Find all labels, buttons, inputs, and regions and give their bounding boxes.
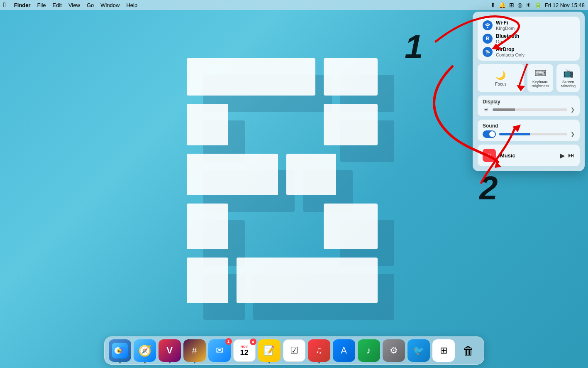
battery-icon[interactable]: 🔋 (534, 2, 542, 8)
dock-item-sysprefs[interactable]: ⚙ (383, 339, 405, 362)
dock-item-twitter[interactable]: 🐦 (407, 339, 430, 362)
skip-forward-button[interactable]: ⏭ (568, 152, 575, 159)
airdrop-label: AirDrop (496, 47, 525, 52)
display-slider[interactable] (493, 108, 567, 111)
music-label: Music (500, 152, 556, 159)
view-menu[interactable]: View (68, 2, 80, 8)
display-slider-row: ☀ ❯ (483, 106, 575, 113)
bluetooth-status: On (496, 39, 519, 44)
moon-icon: 🌙 (495, 70, 506, 80)
sound-toggle[interactable] (483, 130, 496, 138)
dock-dot (194, 362, 195, 363)
bluetooth-icon: B (483, 34, 493, 44)
dock-item-safari[interactable]: 🧭 (134, 339, 156, 362)
music-app-icon: ♫ (483, 149, 496, 162)
help-menu[interactable]: Help (126, 2, 137, 8)
airdrop-row[interactable]: 📡 AirDrop Contacts Only (483, 47, 575, 57)
right-tiles: ⌨ Keyboard Brightness 📺 Screen Mirroring (527, 64, 580, 92)
display-section: Display ☀ ❯ (478, 96, 580, 116)
go-menu[interactable]: Go (87, 2, 94, 8)
menubar:  Finder File Edit View Go Window Help ⬆… (0, 0, 588, 10)
dock-item-reminders[interactable]: ☑ (283, 339, 305, 362)
dock-item-mail[interactable]: ✉ 2 (208, 339, 231, 362)
puzzle-piece (187, 104, 228, 145)
notification-icon[interactable]: 🔔 (499, 2, 506, 8)
controlcenter-icon[interactable]: ⊞ (509, 2, 514, 8)
dock-item-notes[interactable]: 📝 (258, 339, 281, 362)
wifi-text: Wi-Fi KingDom (496, 20, 515, 31)
dock: 😀 🧭 V # ✉ 2 NOV 12 4 📝 (104, 336, 484, 365)
puzzle-piece (324, 204, 378, 249)
puzzle-piece (286, 154, 336, 195)
airdrop-icon: 📡 (483, 47, 493, 57)
siri-icon[interactable]: ◎ (517, 2, 522, 8)
keyboard-brightness-tile[interactable]: ⌨ Keyboard Brightness (527, 64, 554, 92)
share-icon[interactable]: ⬆ (490, 2, 495, 8)
menubar-right: ⬆ 🔔 ⊞ ◎ ☀ 🔋 Fri 12 Nov 15:48 (490, 2, 585, 8)
music-controls: ▶ ⏭ (560, 152, 575, 159)
display-expand-icon[interactable]: ❯ (571, 107, 575, 113)
sound-slider[interactable] (499, 133, 567, 135)
desktop:  Finder File Edit View Go Window Help ⬆… (0, 0, 588, 368)
wifi-label: Wi-Fi (496, 20, 515, 26)
network-tile: Wi-Fi KingDom B Bluetooth On 📡 AirDrop C… (478, 17, 580, 61)
keyboard-brightness-label: Keyboard Brightness (532, 80, 549, 88)
airdrop-status: Contacts Only (496, 52, 525, 57)
dock-item-photos[interactable]: ⊞ (432, 339, 455, 362)
annotation-1: 1 (405, 28, 423, 65)
puzzle-piece (187, 258, 228, 303)
sound-expand-icon[interactable]: ❯ (571, 131, 575, 137)
wifi-row[interactable]: Wi-Fi KingDom (483, 20, 575, 31)
focus-tile[interactable]: 🌙 Focus (478, 64, 524, 92)
puzzle-piece (237, 258, 378, 303)
dock-item-music[interactable]: ♫ (308, 339, 330, 362)
screen-mirroring-label: Screen Mirroring (561, 80, 576, 88)
desktop-art (174, 58, 390, 303)
calendar-badge: 4 (250, 339, 256, 345)
music-tile[interactable]: ♫ Music ▶ ⏭ (478, 145, 580, 166)
puzzle-piece (187, 204, 228, 249)
play-button[interactable]: ▶ (560, 152, 565, 159)
dock-dot (169, 362, 171, 363)
focus-label: Focus (495, 82, 506, 86)
dock-dot (119, 362, 121, 363)
display-icon[interactable]: ☀ (526, 2, 531, 8)
app-name[interactable]: Finder (14, 2, 31, 8)
puzzle-piece (324, 104, 378, 145)
screen-mirroring-tile[interactable]: 📺 Screen Mirroring (556, 64, 580, 92)
clock: Fri 12 Nov 15:48 (545, 2, 585, 8)
airdrop-text: AirDrop Contacts Only (496, 47, 525, 57)
apple-menu[interactable]:  (3, 1, 6, 9)
toggle-thumb (489, 131, 495, 137)
sound-section: Sound ❯ (478, 120, 580, 141)
menubar-left:  Finder File Edit View Go Window Help (3, 1, 137, 9)
mail-badge: 2 (225, 338, 232, 345)
bluetooth-label: Bluetooth (496, 33, 519, 39)
screen-mirroring-icon: 📺 (563, 68, 573, 78)
edit-menu[interactable]: Edit (53, 2, 62, 8)
sound-slider-row: ❯ (483, 130, 575, 138)
dock-item-appstore[interactable]: A (333, 339, 355, 362)
brightness-icon: ☀ (483, 106, 489, 113)
dock-item-slack[interactable]: # (183, 339, 206, 362)
puzzle-piece (324, 58, 378, 96)
dock-item-calendar[interactable]: NOV 12 4 (233, 339, 256, 362)
quick-tiles: 🌙 Focus ⌨ Keyboard Brightness 📺 Screen M… (478, 64, 580, 92)
toggle-track (483, 130, 496, 138)
dock-item-trash[interactable]: 🗑 (457, 339, 480, 362)
dock-dot (318, 362, 320, 363)
display-label: Display (483, 99, 575, 105)
svg-text:😀: 😀 (117, 348, 122, 353)
window-menu[interactable]: Window (100, 2, 120, 8)
annotation-2: 2 (478, 169, 498, 206)
music-note-icon: ♫ (486, 151, 492, 160)
wifi-icon (483, 20, 493, 30)
bluetooth-row[interactable]: B Bluetooth On (483, 33, 575, 44)
dock-item-finder[interactable]: 😀 (109, 339, 131, 362)
puzzle-piece (187, 154, 278, 195)
dock-item-vivaldi[interactable]: V (159, 339, 181, 362)
file-menu[interactable]: File (37, 2, 46, 8)
dock-item-spotify[interactable]: ♪ (358, 339, 380, 362)
keyboard-icon: ⌨ (534, 68, 547, 78)
puzzle-piece (187, 58, 315, 96)
